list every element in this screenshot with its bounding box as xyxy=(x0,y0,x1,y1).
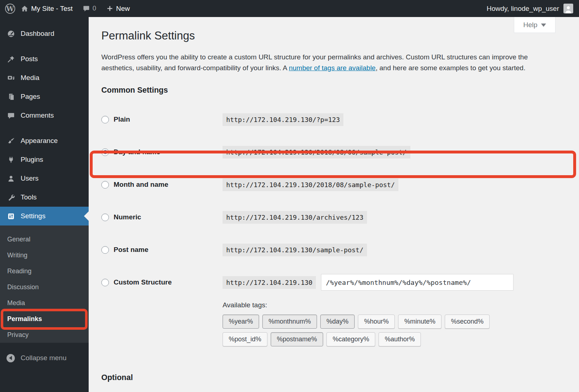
sidebar-item-appearance[interactable]: Appearance xyxy=(0,131,89,150)
tags-available-link[interactable]: number of tags are available xyxy=(289,64,376,72)
tag-button-author[interactable]: %author% xyxy=(379,332,421,346)
example-url-numeric: http://172.104.219.130/archives/123 xyxy=(223,211,367,224)
comment-bubble-icon xyxy=(83,5,90,12)
site-menu[interactable]: My Site - Test xyxy=(21,5,73,13)
wordpress-logo-icon[interactable]: W xyxy=(5,4,15,14)
sidebar-item-label: Appearance xyxy=(21,137,58,145)
option-label-day-and-name[interactable]: Day and name xyxy=(101,148,223,156)
sidebar-item-settings[interactable]: Settings xyxy=(0,207,89,225)
site-name: My Site - Test xyxy=(31,5,73,13)
option-label-text: Post name xyxy=(114,246,148,254)
custom-structure-url-prefix: http://172.104.219.130 xyxy=(223,276,316,289)
example-url-month-and-name: http://172.104.219.130/2018/08/sample-po… xyxy=(223,178,398,191)
sidebar-item-users[interactable]: Users xyxy=(0,169,89,188)
avatar xyxy=(563,4,573,13)
option-row-day-and-name: Day and name http://172.104.219.130/2018… xyxy=(101,136,579,168)
example-url-plain: http://172.104.219.130/?p=123 xyxy=(223,113,343,126)
main-content: Help Permalink Settings WordPress offers… xyxy=(89,17,579,392)
permalink-options: Plain http://172.104.219.130/?p=123 Day … xyxy=(101,103,579,299)
home-icon xyxy=(21,5,28,12)
tag-button-post-id[interactable]: %post_id% xyxy=(223,332,267,346)
radio-post-name[interactable] xyxy=(101,246,109,254)
option-label-text: Plain xyxy=(114,115,130,123)
submenu-item-writing[interactable]: Writing xyxy=(0,247,89,263)
tag-button-monthnum[interactable]: %monthnum% xyxy=(262,315,317,329)
custom-structure-input[interactable] xyxy=(321,274,514,291)
option-label-text: Numeric xyxy=(114,213,141,221)
radio-plain[interactable] xyxy=(101,116,109,123)
settings-submenu: General Writing Reading Discussion Media… xyxy=(0,225,89,343)
sidebar-item-dashboard[interactable]: Dashboard xyxy=(0,24,89,43)
submenu-item-permalinks[interactable]: Permalinks xyxy=(0,311,89,327)
comment-icon xyxy=(7,112,15,119)
user-icon xyxy=(7,175,15,182)
option-row-month-and-name: Month and name http://172.104.219.130/20… xyxy=(101,168,579,201)
sidebar-item-label: Media xyxy=(21,74,39,82)
submenu-item-privacy[interactable]: Privacy xyxy=(0,327,89,343)
option-row-post-name: Post name http://172.104.219.130/sample-… xyxy=(101,233,579,266)
sidebar-item-label: Settings xyxy=(21,212,46,220)
tag-button-postname[interactable]: %postname% xyxy=(271,332,323,346)
radio-custom-structure[interactable] xyxy=(101,279,109,286)
submenu-item-reading[interactable]: Reading xyxy=(0,263,89,279)
intro-text-after: , and here are some examples to get you … xyxy=(376,64,525,72)
collapse-menu-button[interactable]: Collapse menu xyxy=(0,350,89,366)
plug-icon xyxy=(7,156,15,164)
tag-button-hour[interactable]: %hour% xyxy=(358,315,395,329)
new-menu[interactable]: New xyxy=(106,5,130,13)
sidebar-item-label: Dashboard xyxy=(21,30,54,38)
sidebar-item-plugins[interactable]: Plugins xyxy=(0,150,89,169)
brush-icon xyxy=(7,137,15,145)
radio-day-and-name[interactable] xyxy=(101,148,109,156)
collapse-menu-label: Collapse menu xyxy=(21,354,67,362)
tag-button-category[interactable]: %category% xyxy=(326,332,375,346)
radio-numeric[interactable] xyxy=(101,214,109,221)
option-label-text: Custom Structure xyxy=(114,278,172,286)
radio-month-and-name[interactable] xyxy=(101,181,109,189)
tag-button-minute[interactable]: %minute% xyxy=(398,315,441,329)
comments-menu[interactable]: 0 xyxy=(83,5,96,12)
sidebar-item-posts[interactable]: Posts xyxy=(0,50,89,68)
tag-button-year[interactable]: %year% xyxy=(223,315,259,329)
sidebar-item-label: Users xyxy=(21,174,39,182)
option-row-plain: Plain http://172.104.219.130/?p=123 xyxy=(101,103,579,136)
submenu-item-discussion[interactable]: Discussion xyxy=(0,279,89,295)
wrench-icon xyxy=(7,194,15,201)
option-label-plain[interactable]: Plain xyxy=(101,115,223,123)
comment-count: 0 xyxy=(93,5,96,12)
intro-paragraph: WordPress offers you the ability to crea… xyxy=(101,52,557,73)
help-label: Help xyxy=(523,21,537,29)
plus-icon xyxy=(106,5,113,12)
sidebar-item-media[interactable]: Media xyxy=(0,68,89,87)
sidebar-item-pages[interactable]: Pages xyxy=(0,87,89,106)
option-row-numeric: Numeric http://172.104.219.130/archives/… xyxy=(101,201,579,233)
example-url-post-name: http://172.104.219.130/sample-post/ xyxy=(223,244,367,256)
option-row-custom-structure: Custom Structure http://172.104.219.130 xyxy=(101,266,579,299)
sidebar-item-tools[interactable]: Tools xyxy=(0,188,89,207)
new-label: New xyxy=(116,5,130,13)
howdy-text: Howdy, linode_wp_user xyxy=(487,5,559,13)
help-button[interactable]: Help xyxy=(514,17,555,33)
available-tags-section: Available tags: %year% %monthnum% %day% … xyxy=(223,301,579,346)
sidebar-item-label: Plugins xyxy=(21,156,43,164)
common-settings-heading: Common Settings xyxy=(101,85,579,95)
option-label-post-name[interactable]: Post name xyxy=(101,246,223,254)
sidebar-item-label: Tools xyxy=(21,193,37,201)
sidebar-item-label: Pages xyxy=(21,93,40,101)
available-tags-list: %year% %monthnum% %day% %hour% %minute% … xyxy=(223,315,512,346)
tag-button-second[interactable]: %second% xyxy=(445,315,490,329)
submenu-item-media[interactable]: Media xyxy=(0,295,89,311)
optional-heading: Optional xyxy=(101,372,579,383)
option-label-numeric[interactable]: Numeric xyxy=(101,213,223,221)
sidebar-item-comments[interactable]: Comments xyxy=(0,106,89,125)
chevron-down-icon xyxy=(541,24,546,27)
available-tags-label: Available tags: xyxy=(223,301,579,309)
dashboard-icon xyxy=(7,30,15,38)
submenu-item-general[interactable]: General xyxy=(0,231,89,247)
tag-button-day[interactable]: %day% xyxy=(320,315,355,329)
camera-icon xyxy=(7,74,15,82)
option-label-month-and-name[interactable]: Month and name xyxy=(101,181,223,189)
account-menu[interactable]: Howdy, linode_wp_user xyxy=(487,4,573,13)
option-label-custom-structure[interactable]: Custom Structure xyxy=(101,278,223,286)
collapse-arrow-icon xyxy=(7,354,15,362)
